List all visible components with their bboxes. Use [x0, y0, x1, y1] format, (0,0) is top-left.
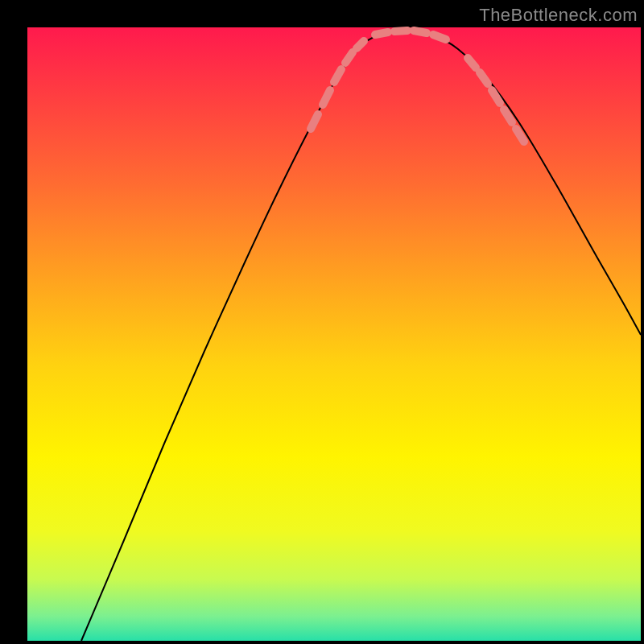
bottleneck-curve [81, 31, 641, 641]
highlight-dashes-right-seg [480, 72, 488, 84]
highlight-dashes-bottom-seg [375, 32, 388, 35]
highlight-dashes-left-seg [311, 114, 318, 129]
highlight-dashes-right-seg [468, 58, 476, 68]
highlight-dashes-right-seg [516, 129, 524, 142]
highlight-dashes-bottom-seg [433, 35, 446, 39]
highlight-dashes-bottom-seg [414, 31, 427, 33]
highlight-dashes-bottom-seg [394, 31, 407, 31]
curve-overlay [0, 0, 644, 644]
highlight-dashes-left-seg [357, 41, 364, 48]
highlight-dashes-left-seg [345, 52, 353, 63]
highlight-dashes-left-seg [334, 69, 341, 82]
highlight-dashes-left-seg [323, 90, 330, 105]
